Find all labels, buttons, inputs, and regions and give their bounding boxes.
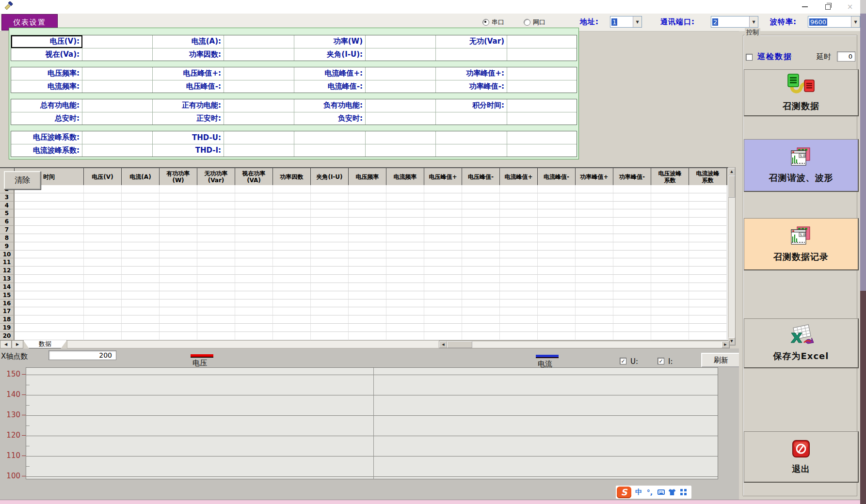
table-cell[interactable] — [15, 299, 84, 308]
table-cell[interactable] — [15, 193, 84, 202]
table-cell[interactable] — [651, 242, 689, 251]
table-cell[interactable] — [386, 251, 424, 259]
serial-radio[interactable]: 串口 — [482, 18, 504, 27]
panel-cell-value[interactable] — [82, 35, 153, 48]
scroll-left-icon[interactable]: ◀ — [439, 341, 447, 348]
table-cell[interactable] — [500, 242, 538, 251]
table-cell[interactable] — [576, 307, 613, 315]
table-cell[interactable] — [311, 234, 349, 242]
baud-rate-combobox[interactable]: 9600 ▼ — [808, 16, 860, 28]
table-cell[interactable] — [311, 242, 349, 251]
table-cell[interactable] — [613, 332, 651, 340]
table-cell[interactable] — [689, 283, 727, 291]
table-cell[interactable] — [160, 275, 197, 283]
table-cell[interactable] — [500, 299, 538, 308]
table-cell[interactable] — [424, 242, 462, 251]
table-cell[interactable] — [689, 251, 727, 259]
table-cell[interactable] — [235, 185, 273, 193]
table-cell[interactable] — [386, 267, 424, 275]
table-cell[interactable] — [462, 307, 500, 315]
table-cell[interactable] — [311, 226, 349, 234]
table-cell[interactable] — [386, 258, 424, 267]
table-cell[interactable] — [462, 251, 500, 259]
table-cell[interactable] — [538, 234, 576, 242]
table-cell[interactable] — [424, 218, 462, 226]
table-cell[interactable] — [197, 193, 235, 202]
panel-cell-label[interactable] — [436, 48, 507, 61]
panel-cell-label[interactable]: 电流(A): — [153, 35, 224, 48]
table-cell[interactable] — [576, 291, 613, 299]
table-cell[interactable] — [538, 202, 576, 210]
table-cell[interactable] — [311, 209, 349, 218]
row-number[interactable]: 15 — [0, 291, 15, 299]
table-cell[interactable] — [235, 291, 273, 299]
table-cell[interactable] — [462, 324, 500, 332]
table-cell[interactable] — [613, 218, 651, 226]
panel-cell-value[interactable] — [366, 35, 436, 48]
table-cell[interactable] — [197, 202, 235, 210]
chevron-down-icon[interactable]: ▼ — [851, 16, 860, 27]
table-cell[interactable] — [689, 218, 727, 226]
table-cell[interactable] — [160, 234, 197, 242]
table-cell[interactable] — [311, 275, 349, 283]
table-header-cell[interactable]: 电压(V) — [84, 168, 122, 186]
table-cell[interactable] — [538, 332, 576, 340]
table-cell[interactable] — [235, 209, 273, 218]
table-cell[interactable] — [197, 226, 235, 234]
table-cell[interactable] — [500, 275, 538, 283]
table-cell[interactable] — [197, 307, 235, 315]
table-cell[interactable] — [613, 299, 651, 308]
table-cell[interactable] — [651, 299, 689, 308]
table-cell[interactable] — [651, 332, 689, 340]
table-cell[interactable] — [15, 275, 84, 283]
table-cell[interactable] — [273, 202, 311, 210]
table-cell[interactable] — [613, 193, 651, 202]
network-radio[interactable]: 网口 — [524, 18, 545, 27]
table-cell[interactable] — [424, 275, 462, 283]
table-cell[interactable] — [235, 324, 273, 332]
table-cell[interactable] — [500, 185, 538, 193]
table-cell[interactable] — [613, 251, 651, 259]
table-cell[interactable] — [651, 209, 689, 218]
panel-cell-label[interactable]: 功率(W) — [294, 35, 366, 48]
table-cell[interactable] — [349, 307, 386, 315]
panel-cell-label[interactable]: 无功(Var) — [436, 35, 507, 48]
panel-cell-value[interactable] — [82, 80, 153, 93]
table-cell[interactable] — [538, 218, 576, 226]
table-cell[interactable] — [84, 234, 122, 242]
table-cell[interactable] — [122, 307, 160, 315]
table-cell[interactable] — [386, 332, 424, 340]
row-number[interactable]: 5 — [0, 209, 15, 218]
table-cell[interactable] — [349, 218, 386, 226]
table-cell[interactable] — [576, 234, 613, 242]
row-number[interactable]: 16 — [0, 299, 15, 308]
table-cell[interactable] — [500, 324, 538, 332]
table-cell[interactable] — [122, 299, 160, 308]
table-cell[interactable] — [273, 299, 311, 308]
table-cell[interactable] — [349, 234, 386, 242]
scroll-up-icon[interactable]: ▲ — [728, 168, 735, 175]
table-cell[interactable] — [273, 283, 311, 291]
table-cell[interactable] — [689, 242, 727, 251]
panel-cell-label[interactable] — [436, 112, 507, 125]
panel-cell-value[interactable] — [507, 35, 577, 48]
table-cell[interactable] — [273, 193, 311, 202]
panel-cell-label[interactable] — [294, 131, 366, 144]
table-cell[interactable] — [160, 242, 197, 251]
table-cell[interactable] — [462, 291, 500, 299]
table-cell[interactable] — [197, 185, 235, 193]
table-cell[interactable] — [273, 275, 311, 283]
table-cell[interactable] — [651, 202, 689, 210]
panel-cell-value[interactable] — [507, 80, 577, 93]
table-cell[interactable] — [500, 291, 538, 299]
table-header-cell[interactable]: 功率峰值- — [613, 168, 651, 186]
table-cell[interactable] — [424, 299, 462, 308]
table-header-cell[interactable]: 电流峰值+ — [500, 168, 538, 186]
table-cell[interactable] — [538, 275, 576, 283]
table-cell[interactable] — [538, 251, 576, 259]
table-vertical-scrollbar[interactable]: ▲ ▼ — [728, 167, 736, 346]
table-cell[interactable] — [538, 324, 576, 332]
panel-cell-label[interactable]: 电流峰值+: — [294, 67, 366, 80]
table-cell[interactable] — [197, 275, 235, 283]
table-cell[interactable] — [689, 291, 727, 299]
